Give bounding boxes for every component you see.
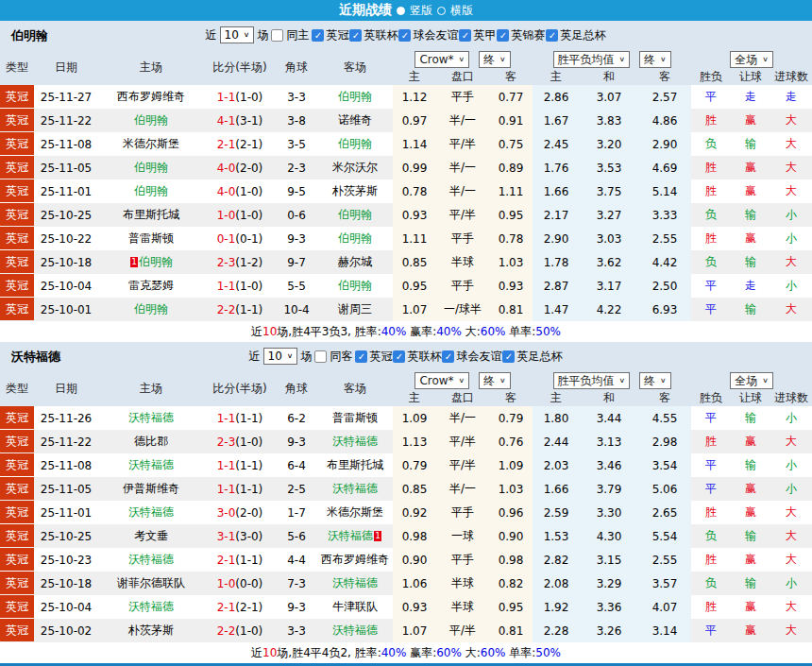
- away-team-link[interactable]: 沃特福德: [332, 623, 378, 637]
- odds-time-select[interactable]: 终∨: [479, 372, 511, 389]
- avg-time-select[interactable]: 终∨: [639, 51, 671, 68]
- scope-select[interactable]: 全场∨: [730, 51, 773, 68]
- home-team-link[interactable]: 布里斯托城: [123, 208, 179, 221]
- away-team-link[interactable]: 米尔沃尔: [332, 161, 378, 174]
- odds-time-select[interactable]: 终∨: [479, 51, 511, 68]
- near-label: 近: [249, 349, 261, 365]
- full-time-score: 4-1: [217, 114, 236, 128]
- home-team-link[interactable]: 普雷斯顿: [128, 231, 174, 245]
- scope-select[interactable]: 全场∨: [730, 372, 773, 389]
- horizontal-radio[interactable]: [437, 7, 446, 15]
- away-team-link[interactable]: 沃特福德: [332, 576, 378, 589]
- away-team-link[interactable]: 布里斯托城: [327, 458, 383, 471]
- league-checkbox[interactable]: ✓: [502, 350, 515, 363]
- odds-company-select[interactable]: Crow*∨: [414, 51, 469, 68]
- home-team-link[interactable]: 伯明翰: [134, 184, 168, 197]
- home-team-link[interactable]: 德比郡: [134, 435, 168, 448]
- home-team-link[interactable]: 谢菲尔德联队: [117, 576, 185, 589]
- avg-time-select[interactable]: 终∨: [639, 372, 671, 389]
- league-checkbox[interactable]: ✓: [497, 29, 509, 42]
- avg-away-odds: 3.57: [638, 572, 691, 595]
- recent-count-select[interactable]: 10∨: [220, 26, 255, 43]
- avg-away-odds: 2.55: [638, 227, 691, 250]
- away-team-link[interactable]: 伯明翰: [338, 208, 372, 221]
- home-team-link[interactable]: 米德尔斯堡: [123, 137, 179, 150]
- vertical-radio-label[interactable]: 竖版: [410, 3, 432, 19]
- home-team-link[interactable]: 沃特福德: [128, 505, 174, 519]
- home-team-link[interactable]: 沃特福德: [128, 600, 174, 613]
- corner-score: 9-5: [276, 179, 317, 203]
- league-checkbox[interactable]: ✓: [442, 350, 454, 363]
- away-team-link[interactable]: 西布罗姆维奇: [321, 553, 389, 566]
- away-team-link[interactable]: 沃特福德: [332, 482, 378, 495]
- handicap-result: 走: [731, 274, 770, 298]
- score-cell: 3-0(2-0): [204, 501, 276, 524]
- league-checkbox[interactable]: ✓: [398, 29, 411, 42]
- away-team-link[interactable]: 诺维奇: [338, 113, 372, 127]
- sub-col-avg-home: 主: [533, 390, 580, 406]
- league-checkbox[interactable]: ✓: [459, 29, 471, 42]
- away-team-link[interactable]: 米德尔斯堡: [327, 505, 383, 519]
- league-type-cell: 英冠: [0, 85, 34, 109]
- avg-home-odds: 2.28: [533, 619, 580, 642]
- half-time-score: (1-1): [235, 554, 262, 567]
- away-team-link[interactable]: 沃特福德: [328, 529, 373, 542]
- away-team-link[interactable]: 伯明翰: [338, 279, 372, 292]
- away-team-link[interactable]: 牛津联队: [332, 600, 378, 613]
- home-team-link[interactable]: 伯明翰: [134, 302, 168, 316]
- chevron-down-icon: ∨: [619, 375, 626, 385]
- recent-count-select[interactable]: 10∨: [263, 348, 298, 365]
- vertical-radio[interactable]: [397, 7, 405, 15]
- home-team-link[interactable]: 沃特福德: [128, 411, 174, 424]
- away-team-link[interactable]: 朴茨茅斯: [332, 184, 378, 197]
- home-team-link[interactable]: 考文垂: [134, 529, 168, 542]
- home-team-link[interactable]: 雷克瑟姆: [128, 279, 174, 292]
- match-date: 25-10-25: [34, 203, 98, 227]
- handicap-home-odds: 0.78: [393, 179, 436, 203]
- same-venue-checkbox[interactable]: [314, 350, 327, 363]
- match-result: 胜: [691, 156, 731, 179]
- summary-segment: 10: [262, 646, 277, 659]
- home-team-link[interactable]: 朴茨茅斯: [128, 623, 174, 637]
- home-team-link[interactable]: 伯明翰: [139, 255, 173, 268]
- odds-company-select[interactable]: Crow*∨: [414, 372, 469, 389]
- home-team-link[interactable]: 西布罗姆维奇: [117, 90, 185, 103]
- home-team-link[interactable]: 沃特福德: [128, 458, 174, 471]
- sub-col-home: 主: [393, 69, 436, 85]
- away-team-link[interactable]: 伯明翰: [338, 231, 372, 245]
- match-date: 25-10-04: [34, 274, 98, 298]
- score-cell: 1-1(1-0): [204, 274, 276, 298]
- avg-odds-select[interactable]: 胜平负均值∨: [553, 51, 631, 68]
- half-time-score: (1-0): [235, 91, 262, 104]
- match-date: 25-11-27: [34, 85, 98, 109]
- home-team-link[interactable]: 伯明翰: [134, 161, 168, 174]
- match-date: 25-11-05: [34, 156, 98, 179]
- filter-bar: 近 10∨ 场 同主 ✓英冠✓英联杯✓球会友谊✓英甲✓英锦赛✓英足总杯: [206, 26, 607, 43]
- same-venue-checkbox[interactable]: [271, 29, 283, 42]
- league-checkbox[interactable]: ✓: [349, 29, 362, 42]
- league-checkbox[interactable]: ✓: [355, 350, 367, 363]
- league-checkbox[interactable]: ✓: [546, 29, 558, 42]
- away-team-link[interactable]: 伯明翰: [338, 90, 372, 103]
- home-team-link[interactable]: 伊普斯维奇: [123, 482, 179, 495]
- away-team-link[interactable]: 谢周三: [338, 302, 372, 316]
- home-team-link[interactable]: 沃特福德: [128, 553, 174, 566]
- home-team-link[interactable]: 伯明翰: [134, 113, 168, 127]
- away-team-link[interactable]: 伯明翰: [338, 137, 372, 150]
- summary-segment: 40%: [381, 646, 407, 659]
- match-date: 25-10-01: [34, 298, 98, 321]
- horizontal-radio-label[interactable]: 横版: [450, 3, 473, 19]
- goals-result: 大: [770, 619, 812, 642]
- half-time-score: (1-0): [235, 209, 262, 222]
- away-team-link[interactable]: 赫尔城: [338, 255, 372, 268]
- corner-score: 7-3: [276, 572, 317, 595]
- away-team-link[interactable]: 沃特福德: [332, 435, 378, 448]
- avg-odds-select[interactable]: 胜平负均值∨: [553, 372, 631, 389]
- handicap-result: 输: [731, 203, 770, 227]
- table-row: 英冠25-10-04雷克瑟姆1-1(1-0)5-5伯明翰0.95平手0.932.…: [0, 274, 812, 298]
- league-checkbox[interactable]: ✓: [312, 29, 324, 42]
- half-time-score: (1-2): [235, 256, 262, 269]
- table-row: 英冠25-10-181伯明翰2-3(1-2)9-7赫尔城0.85半球1.031.…: [0, 250, 812, 274]
- league-checkbox[interactable]: ✓: [393, 350, 405, 363]
- away-team-link[interactable]: 普雷斯顿: [332, 411, 378, 424]
